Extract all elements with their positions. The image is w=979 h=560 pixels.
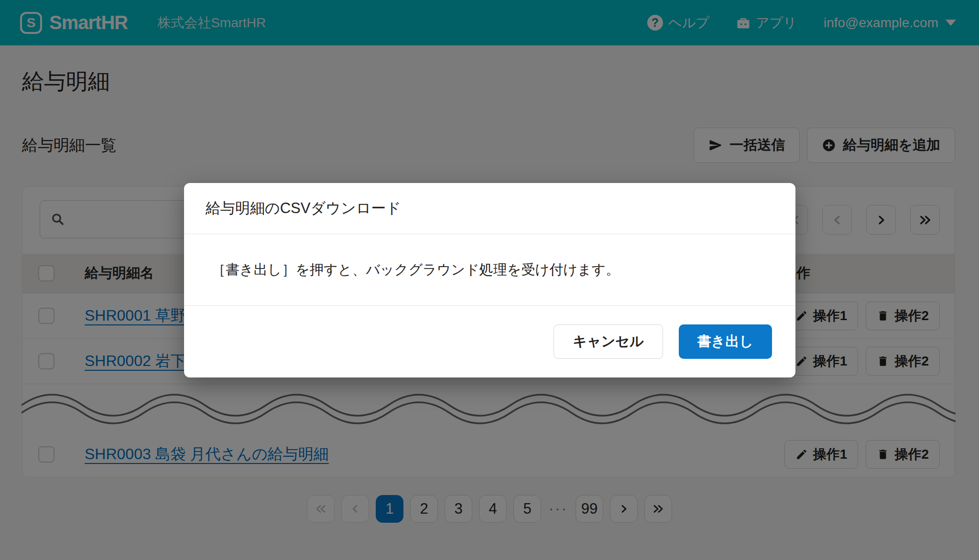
dialog-message: ［書き出し］を押すと、バックグラウンド処理を受け付けます。 <box>212 260 620 280</box>
dialog-header: 給与明細のCSVダウンロード <box>184 183 795 234</box>
export-button[interactable]: 書き出し <box>679 324 772 359</box>
cancel-button[interactable]: キャンセル <box>554 324 663 359</box>
dialog-footer: キャンセル 書き出し <box>184 306 795 377</box>
dialog-body: ［書き出し］を押すと、バックグラウンド処理を受け付けます。 <box>184 234 795 306</box>
csv-download-dialog: 給与明細のCSVダウンロード ［書き出し］を押すと、バックグラウンド処理を受け付… <box>184 183 795 377</box>
dialog-title: 給与明細のCSVダウンロード <box>206 198 401 218</box>
